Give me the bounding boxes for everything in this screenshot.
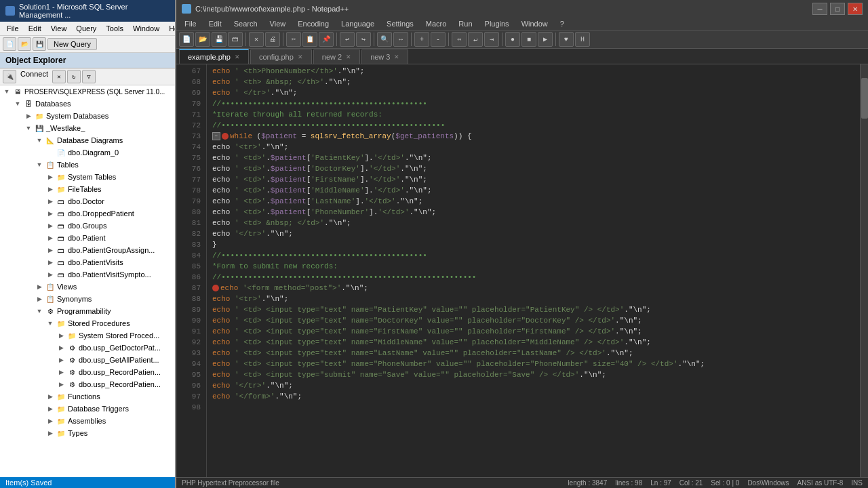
npp-menu-run[interactable]: Run [453,18,477,29]
dbo-groups-node[interactable]: ▶ 🗃 dbo.Groups [0,220,175,232]
npp-menu-help[interactable]: ? [555,18,570,29]
programmability-node[interactable]: ▼ ⚙ Programmability [0,305,175,317]
npp-menu-window[interactable]: Window [516,18,553,29]
new-file-btn[interactable]: 📄 [179,32,194,47]
tab-new3[interactable]: new 3 ✕ [361,49,408,64]
assemblies-node[interactable]: ▶ 📁 Assemblies [0,415,175,427]
db-triggers-node[interactable]: ▶ 📁 Database Triggers [0,403,175,415]
npp-menu-encoding[interactable]: Encoding [292,18,334,29]
dbo-recordpat1-node[interactable]: ▶ ⚙ dbo.usp_RecordPatien... [0,366,175,378]
ssms-menu-file[interactable]: File [3,23,23,34]
connect-btn[interactable]: 🔌 [3,70,16,83]
new-query-button[interactable]: New Query [47,38,97,50]
bookmark-btn[interactable]: H [575,32,590,47]
functions-node[interactable]: ▶ 📁 Functions [0,390,175,403]
new-file-btn[interactable]: 📄 [3,37,16,51]
dbo-doctor-node[interactable]: ▶ 🗃 dbo.Doctor [0,195,175,207]
open-btn[interactable]: 📂 [18,37,31,51]
tab-example-close[interactable]: ✕ [235,54,240,60]
macro-stop-btn[interactable]: ■ [521,32,536,47]
ssms-menu-query[interactable]: Query [72,23,100,34]
sync-scroll-btn[interactable]: ⇔ [452,32,467,47]
dbo-dropped-node[interactable]: ▶ 🗃 dbo.DroppedPatient [0,207,175,220]
expand-triggers[interactable]: ▶ [45,403,56,414]
copy-btn[interactable]: 📋 [302,32,317,47]
tab-example-php[interactable]: example.php ✕ [179,49,249,64]
redo-btn[interactable]: ↪ [356,32,371,47]
indent-btn[interactable]: ⇥ [484,32,499,47]
westlake-node[interactable]: ▼ 💾 _Westlake_ [0,122,175,134]
refresh-btn[interactable]: ↻ [67,70,81,83]
save-btn[interactable]: 💾 [33,37,46,51]
connect-label[interactable]: Connect [18,70,51,83]
filter-btn[interactable]: ▽ [82,70,96,83]
npp-menu-edit[interactable]: Edit [203,18,227,29]
minimize-button[interactable]: ─ [812,3,827,15]
macro-play-btn[interactable]: ▶ [538,32,553,47]
expand-recordpat2[interactable]: ▶ [56,379,66,390]
close-button[interactable]: ✕ [848,3,863,15]
types-node[interactable]: ▶ 📁 Types [0,427,175,439]
dbo-getallpat-node[interactable]: ▶ ⚙ dbo.usp_GetAllPatient... [0,354,175,366]
expand-doctor[interactable]: ▶ [45,196,56,207]
views-node[interactable]: ▶ 📋 Views [0,281,175,293]
expand-sysdb[interactable]: ▶ [23,110,34,121]
expand-databases[interactable]: ▼ [12,98,23,109]
expand-getdoctor[interactable]: ▶ [56,342,66,353]
dbo-patient-node[interactable]: ▶ 🗃 dbo.Patient [0,232,175,244]
ssms-menu-window[interactable]: Window [129,23,163,34]
expand-groups[interactable]: ▶ [45,220,56,231]
expand-server[interactable]: ▼ [1,86,12,97]
expand-filetables[interactable]: ▶ [45,184,56,195]
npp-menu-language[interactable]: Language [336,18,380,29]
expand-types[interactable]: ▶ [45,428,56,439]
sys-stored-node[interactable]: ▶ 📁 System Stored Proced... [0,329,175,342]
expand-diagrams[interactable]: ▼ [34,135,45,146]
npp-menu-view[interactable]: View [264,18,292,29]
zoom-in-btn[interactable]: + [414,32,429,47]
db-diagrams-node[interactable]: ▼ 📐 Database Diagrams [0,134,175,146]
dbo-getdoctor-node[interactable]: ▶ ⚙ dbo.usp_GetDoctorPat... [0,342,175,354]
code-content[interactable]: echo ' <th>PhoneNumber</th>'."\n";echo '… [207,64,860,477]
expand-assemblies[interactable]: ▶ [45,415,56,426]
tab-new3-close[interactable]: ✕ [394,54,399,60]
expand-patient[interactable]: ▶ [45,232,56,243]
ssms-menu-tools[interactable]: Tools [102,23,127,34]
tab-config-php[interactable]: config.php ✕ [250,49,312,64]
dbo-recordpat2-node[interactable]: ▶ ⚙ dbo.usp_RecordPatien... [0,378,175,390]
ssms-menu-edit[interactable]: Edit [24,23,45,34]
expand-dropped[interactable]: ▶ [45,208,56,219]
replace-btn[interactable]: ↔ [393,32,408,47]
expand-views[interactable]: ▶ [34,281,45,292]
tab-new2[interactable]: new 2 ✕ [313,49,360,64]
tables-node[interactable]: ▼ 📋 Tables [0,159,175,171]
cut-btn[interactable]: ✂ [286,32,301,47]
expand-prog[interactable]: ▼ [34,306,45,317]
expand-functions[interactable]: ▶ [45,391,56,402]
zoom-out-btn[interactable]: - [431,32,446,47]
save-all-btn[interactable]: 🗃 [228,32,243,47]
synonyms-node[interactable]: ▶ 📋 Synonyms [0,293,175,305]
print-btn[interactable]: 🖨 [265,32,280,47]
npp-menu-plugins[interactable]: Plugins [479,18,515,29]
scroll-thumb[interactable] [861,78,868,119]
disconnect-btn[interactable]: ✕ [52,70,66,83]
tab-config-close[interactable]: ✕ [298,54,303,60]
word-wrap-btn[interactable]: ↵ [468,32,483,47]
scrollbar-vertical[interactable] [860,64,868,477]
filetables-node[interactable]: ▶ 📁 FileTables [0,183,175,195]
expand-recordpat1[interactable]: ▶ [56,367,66,378]
tab-new2-close[interactable]: ✕ [346,54,351,60]
npp-menu-macro[interactable]: Macro [420,18,452,29]
server-node[interactable]: ▼ 🖥 PROSERV\SQLEXPRESS (SQL Server 11.0.… [0,85,175,98]
system-databases-node[interactable]: ▶ 📁 System Databases [0,110,175,122]
maximize-button[interactable]: □ [830,3,845,15]
macro-rec-btn[interactable]: ● [505,32,520,47]
expand-systables[interactable]: ▶ [45,171,56,182]
npp-menu-settings[interactable]: Settings [381,18,419,29]
expand-patvisitsym[interactable]: ▶ [45,269,56,280]
expand-tables[interactable]: ▼ [34,159,45,170]
expand-sprocs[interactable]: ▼ [45,318,56,329]
paste-btn[interactable]: 📌 [319,32,334,47]
dbo-diagram0-node[interactable]: 📄 dbo.Diagram_0 [0,146,175,159]
